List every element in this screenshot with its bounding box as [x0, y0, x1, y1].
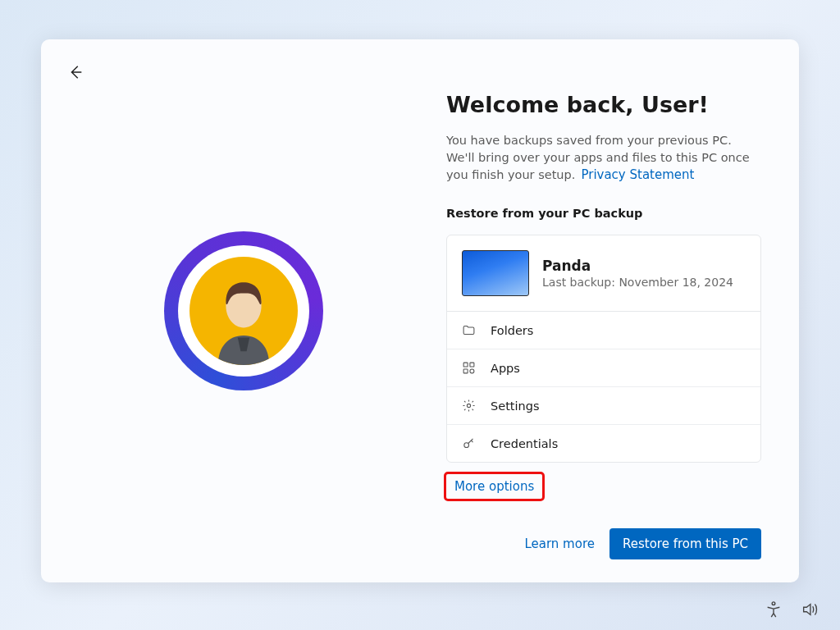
avatar-white — [178, 245, 309, 377]
pc-last-backup: Last backup: November 18, 2024 — [542, 276, 733, 289]
svg-rect-1 — [470, 363, 474, 367]
pc-thumbnail — [462, 250, 529, 296]
restore-section-label: Restore from your PC backup — [446, 207, 761, 220]
svg-rect-2 — [463, 369, 468, 373]
svg-point-3 — [470, 369, 474, 373]
volume-icon[interactable] — [801, 600, 819, 619]
apps-icon — [462, 361, 476, 375]
page-description: You have backups saved from your previou… — [446, 132, 761, 184]
oobe-card: Welcome back, User! You have backups sav… — [41, 39, 799, 582]
privacy-statement-link[interactable]: Privacy Statement — [581, 167, 694, 182]
back-button[interactable] — [61, 57, 90, 87]
more-options-link[interactable]: More options — [446, 474, 542, 499]
avatar-pane — [41, 39, 446, 582]
content-pane: Welcome back, User! You have backups sav… — [446, 39, 799, 582]
backup-item-label: Credentials — [491, 437, 558, 450]
settings-icon — [462, 399, 476, 413]
svg-rect-0 — [463, 363, 468, 367]
backup-panel: Panda Last backup: November 18, 2024 Fol… — [446, 235, 761, 463]
backup-pc-header[interactable]: Panda Last backup: November 18, 2024 — [447, 235, 760, 312]
svg-point-5 — [464, 443, 469, 448]
avatar — [189, 257, 298, 365]
system-tray — [765, 600, 819, 619]
footer: Learn more Restore from this PC — [446, 514, 761, 559]
svg-point-4 — [467, 404, 470, 407]
backup-item-label: Folders — [491, 324, 533, 337]
avatar-person-icon — [194, 267, 293, 365]
backup-item-apps[interactable]: Apps — [447, 349, 760, 387]
svg-point-6 — [772, 602, 775, 605]
avatar-ring — [164, 231, 323, 390]
restore-button[interactable]: Restore from this PC — [609, 528, 761, 559]
learn-more-link[interactable]: Learn more — [524, 536, 595, 551]
arrow-left-icon — [66, 63, 84, 81]
accessibility-icon[interactable] — [765, 600, 783, 619]
backup-item-credentials[interactable]: Credentials — [447, 425, 760, 462]
pc-name: Panda — [542, 258, 733, 274]
backup-item-label: Apps — [491, 362, 520, 375]
key-icon — [462, 436, 476, 450]
backup-item-label: Settings — [491, 399, 539, 413]
folder-icon — [462, 323, 476, 337]
backup-item-settings[interactable]: Settings — [447, 387, 760, 425]
backup-item-folders[interactable]: Folders — [447, 312, 760, 349]
page-title: Welcome back, User! — [446, 92, 761, 117]
